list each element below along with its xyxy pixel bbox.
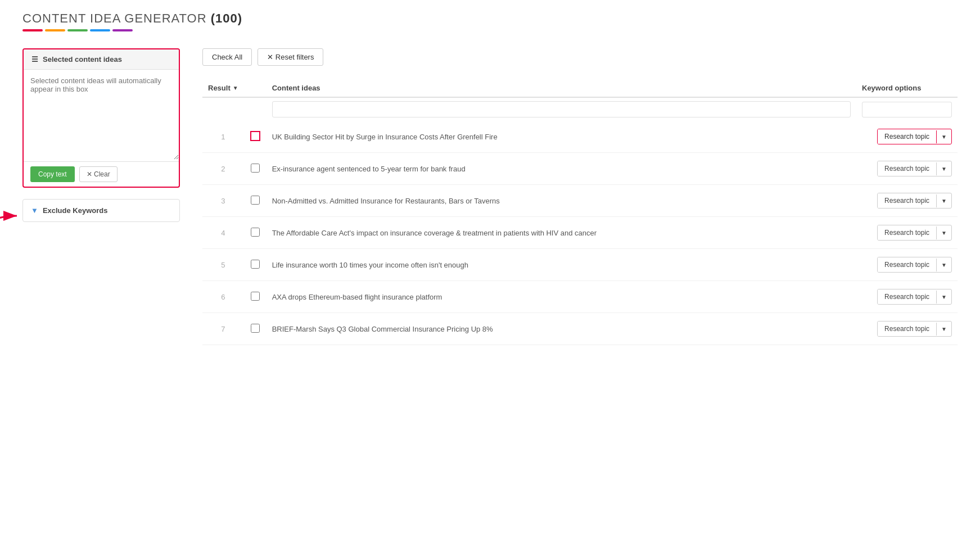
title-bar-blue bbox=[90, 29, 110, 31]
row-checkbox[interactable] bbox=[251, 228, 260, 237]
keyword-option-dropdown-button[interactable]: ▼ bbox=[936, 291, 951, 304]
results-table: Result ▼ Content ideas Keyword options bbox=[202, 79, 958, 345]
content-filter-input[interactable] bbox=[272, 101, 851, 117]
keyword-option-main-button[interactable]: Research topic bbox=[878, 289, 936, 304]
selected-ideas-header: ☰ Selected content ideas bbox=[24, 49, 179, 70]
row-keyword-cell: Research topic▼ bbox=[856, 153, 958, 184]
row-checkbox-cell bbox=[244, 249, 267, 281]
keyword-option-button[interactable]: Research topic▼ bbox=[877, 161, 952, 176]
red-arrow-annotation bbox=[0, 205, 22, 238]
exclude-keywords-box[interactable]: ▼ Exclude Keywords bbox=[22, 199, 180, 222]
sort-icon[interactable]: ▼ bbox=[233, 85, 238, 91]
keyword-option-dropdown-button[interactable]: ▼ bbox=[936, 259, 951, 271]
row-keyword-cell: Research topic▼ bbox=[856, 217, 958, 248]
keyword-option-dropdown-button[interactable]: ▼ bbox=[936, 227, 951, 239]
keyword-option-button[interactable]: Research topic▼ bbox=[877, 289, 952, 305]
check-all-button[interactable]: Check All bbox=[202, 48, 252, 66]
title-bar bbox=[22, 29, 958, 31]
main-layout: ☰ Selected content ideas Copy text ✕ Cle… bbox=[22, 48, 958, 345]
row-checkbox[interactable] bbox=[251, 196, 260, 205]
row-number: 4 bbox=[202, 217, 244, 249]
title-bar-green bbox=[67, 29, 88, 31]
row-keyword-cell: Research topic▼ bbox=[856, 313, 958, 345]
keyword-option-button[interactable]: Research topic▼ bbox=[877, 193, 952, 209]
row-checkbox[interactable] bbox=[251, 260, 260, 269]
keyword-option-main-button[interactable]: Research topic bbox=[878, 225, 936, 240]
keyword-option-dropdown-button[interactable]: ▼ bbox=[936, 194, 951, 207]
row-checkbox[interactable] bbox=[251, 164, 260, 173]
selected-ideas-title: Selected content ideas bbox=[43, 55, 122, 64]
title-count: (100) bbox=[211, 11, 242, 25]
keyword-option-button[interactable]: Research topic▼ bbox=[877, 129, 952, 144]
keyword-option-main-button[interactable]: Research topic bbox=[878, 321, 936, 336]
keyword-option-button[interactable]: Research topic▼ bbox=[877, 321, 952, 337]
selected-ideas-box: ☰ Selected content ideas Copy text ✕ Cle… bbox=[22, 48, 180, 188]
table-row: 4The Affordable Care Act's impact on ins… bbox=[202, 217, 958, 249]
filter-icon: ▼ bbox=[31, 206, 38, 215]
row-checkbox-cell bbox=[244, 313, 267, 345]
toolbar: Check All ✕ Reset filters bbox=[202, 48, 958, 66]
selected-ideas-footer: Copy text ✕ Clear bbox=[24, 161, 179, 187]
row-number: 3 bbox=[202, 185, 244, 217]
row-checkbox[interactable] bbox=[251, 324, 260, 333]
page-title: CONTENT IDEA GENERATOR (100) bbox=[22, 11, 958, 31]
row-keyword-cell: Research topic▼ bbox=[856, 249, 958, 280]
keyword-option-main-button[interactable]: Research topic bbox=[878, 129, 936, 144]
table-row: 6AXA drops Ethereum-based flight insuran… bbox=[202, 281, 958, 313]
table-row: 3Non-Admitted vs. Admitted Insurance for… bbox=[202, 185, 958, 217]
clear-button[interactable]: ✕ Clear bbox=[79, 166, 118, 182]
row-checkbox[interactable] bbox=[250, 131, 260, 141]
row-number: 1 bbox=[202, 121, 244, 153]
list-icon: ☰ bbox=[31, 55, 38, 64]
keyword-option-dropdown-button[interactable]: ▼ bbox=[936, 323, 951, 336]
col-header-checkbox bbox=[244, 79, 267, 97]
row-keyword-cell: Research topic▼ bbox=[856, 281, 958, 312]
row-content: Life insurance worth 10 times your incom… bbox=[267, 249, 856, 281]
table-row: 5Life insurance worth 10 times your inco… bbox=[202, 249, 958, 281]
title-bar-orange bbox=[45, 29, 65, 31]
row-checkbox-cell bbox=[244, 121, 267, 153]
row-checkbox-cell bbox=[244, 281, 267, 313]
keyword-option-button[interactable]: Research topic▼ bbox=[877, 225, 952, 241]
copy-text-button[interactable]: Copy text bbox=[30, 166, 75, 182]
row-keyword-cell: Research topic▼ bbox=[856, 185, 958, 216]
col-header-keyword: Keyword options bbox=[856, 79, 958, 97]
reset-filters-button[interactable]: ✕ Reset filters bbox=[258, 48, 323, 66]
filter-content-cell bbox=[267, 97, 856, 121]
row-keyword-cell: Research topic▼ bbox=[856, 121, 958, 152]
table-header-row: Result ▼ Content ideas Keyword options bbox=[202, 79, 958, 97]
col-header-content: Content ideas bbox=[267, 79, 856, 97]
title-bar-red bbox=[22, 29, 43, 31]
row-checkbox-cell bbox=[244, 217, 267, 249]
filter-keyword-cell bbox=[856, 97, 958, 121]
keyword-option-main-button[interactable]: Research topic bbox=[878, 257, 936, 272]
right-panel: Check All ✕ Reset filters Result ▼ Co bbox=[202, 48, 958, 345]
keyword-option-main-button[interactable]: Research topic bbox=[878, 161, 936, 176]
row-checkbox[interactable] bbox=[251, 292, 260, 301]
row-number: 6 bbox=[202, 281, 244, 313]
keyword-option-dropdown-button[interactable]: ▼ bbox=[936, 162, 951, 175]
title-bar-purple bbox=[112, 29, 133, 31]
filter-row bbox=[202, 97, 958, 121]
row-content: BRIEF-Marsh Says Q3 Global Commercial In… bbox=[267, 313, 856, 345]
filter-checkbox-cell bbox=[244, 97, 267, 121]
row-number: 7 bbox=[202, 313, 244, 345]
row-number: 2 bbox=[202, 153, 244, 185]
row-content: AXA drops Ethereum-based flight insuranc… bbox=[267, 281, 856, 313]
exclude-keywords-label: Exclude Keywords bbox=[43, 206, 108, 215]
title-text: CONTENT IDEA GENERATOR bbox=[22, 11, 207, 25]
exclude-keywords-wrapper: ▼ Exclude Keywords bbox=[22, 199, 180, 222]
keyword-option-dropdown-button[interactable]: ▼ bbox=[936, 130, 951, 143]
filter-result-cell bbox=[202, 97, 244, 121]
table-row: 1UK Building Sector Hit by Surge in Insu… bbox=[202, 121, 958, 153]
col-header-result: Result ▼ bbox=[202, 79, 244, 97]
row-content: The Affordable Care Act's impact on insu… bbox=[267, 217, 856, 249]
selected-ideas-textarea[interactable] bbox=[24, 70, 179, 160]
keyword-option-main-button[interactable]: Research topic bbox=[878, 193, 936, 208]
row-content: UK Building Sector Hit by Surge in Insur… bbox=[267, 121, 856, 153]
keyword-option-button[interactable]: Research topic▼ bbox=[877, 257, 952, 273]
page-wrapper: CONTENT IDEA GENERATOR (100) ☰ Selected … bbox=[0, 0, 980, 356]
table-row: 2Ex-insurance agent sentenced to 5-year … bbox=[202, 153, 958, 185]
keyword-filter-input[interactable] bbox=[862, 102, 952, 117]
row-content: Non-Admitted vs. Admitted Insurance for … bbox=[267, 185, 856, 217]
